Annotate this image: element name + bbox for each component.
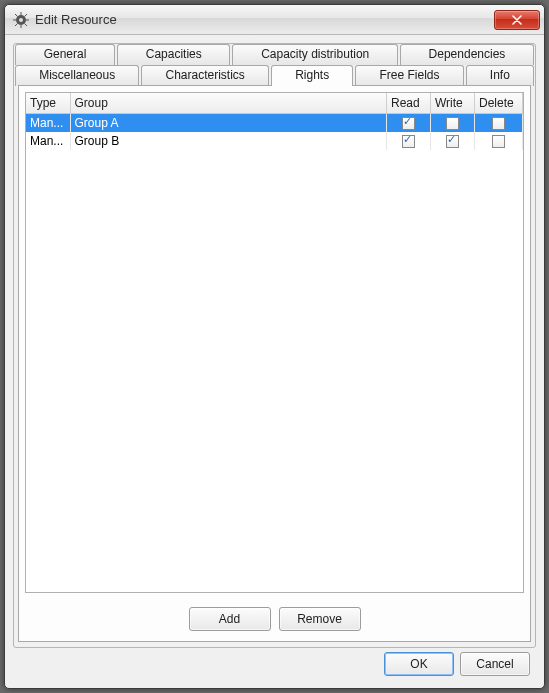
svg-point-9 bbox=[19, 18, 23, 22]
delete-checkbox[interactable] bbox=[492, 135, 505, 148]
cell-group: Group B bbox=[70, 132, 387, 150]
close-icon bbox=[511, 15, 523, 25]
table-row[interactable]: Man...Group A bbox=[26, 114, 523, 132]
read-checkbox[interactable] bbox=[402, 117, 415, 130]
cell-read bbox=[387, 114, 431, 132]
remove-button[interactable]: Remove bbox=[279, 607, 361, 631]
cell-group: Group A bbox=[70, 114, 387, 132]
tab-rights[interactable]: Rights bbox=[271, 65, 353, 86]
tabs-panel: GeneralCapacitiesCapacity distributionDe… bbox=[13, 43, 536, 648]
cell-delete bbox=[475, 132, 523, 150]
cell-type: Man... bbox=[26, 114, 70, 132]
col-delete[interactable]: Delete bbox=[475, 93, 523, 114]
tab-strip: GeneralCapacitiesCapacity distributionDe… bbox=[14, 44, 535, 86]
tab-capacity-distribution[interactable]: Capacity distribution bbox=[232, 44, 397, 65]
cell-write bbox=[431, 132, 475, 150]
write-checkbox[interactable] bbox=[446, 117, 459, 130]
dialog-footer: OK Cancel bbox=[13, 648, 536, 682]
cell-read bbox=[387, 132, 431, 150]
window-title: Edit Resource bbox=[35, 12, 494, 27]
svg-line-5 bbox=[15, 14, 18, 17]
svg-line-8 bbox=[15, 23, 18, 26]
tab-capacities[interactable]: Capacities bbox=[117, 44, 230, 65]
col-type[interactable]: Type bbox=[26, 93, 70, 114]
app-icon bbox=[13, 12, 29, 28]
ok-button[interactable]: OK bbox=[384, 652, 454, 676]
titlebar[interactable]: Edit Resource bbox=[5, 5, 544, 35]
table-row[interactable]: Man...Group B bbox=[26, 132, 523, 150]
cell-write bbox=[431, 114, 475, 132]
table-buttons: Add Remove bbox=[19, 599, 530, 641]
tab-free-fields[interactable]: Free Fields bbox=[355, 65, 463, 86]
cell-delete bbox=[475, 114, 523, 132]
tab-info[interactable]: Info bbox=[466, 65, 534, 86]
cancel-button[interactable]: Cancel bbox=[460, 652, 530, 676]
tab-dependencies[interactable]: Dependencies bbox=[400, 44, 534, 65]
write-checkbox[interactable] bbox=[446, 135, 459, 148]
col-write[interactable]: Write bbox=[431, 93, 475, 114]
svg-line-6 bbox=[25, 23, 28, 26]
rights-table: Type Group Read Write Delete Man...Group… bbox=[26, 93, 523, 150]
col-read[interactable]: Read bbox=[387, 93, 431, 114]
tab-general[interactable]: General bbox=[15, 44, 115, 65]
col-group[interactable]: Group bbox=[70, 93, 387, 114]
close-button[interactable] bbox=[494, 10, 540, 30]
tab-miscellaneous[interactable]: Miscellaneous bbox=[15, 65, 139, 86]
svg-line-7 bbox=[25, 14, 28, 17]
read-checkbox[interactable] bbox=[402, 135, 415, 148]
tab-characteristics[interactable]: Characteristics bbox=[141, 65, 269, 86]
tab-content-rights: Type Group Read Write Delete Man...Group… bbox=[18, 85, 531, 642]
dialog-body: GeneralCapacitiesCapacity distributionDe… bbox=[5, 35, 544, 688]
dialog-window: Edit Resource GeneralCapacitiesCapacity … bbox=[4, 4, 545, 689]
delete-checkbox[interactable] bbox=[492, 117, 505, 130]
add-button[interactable]: Add bbox=[189, 607, 271, 631]
rights-table-wrap: Type Group Read Write Delete Man...Group… bbox=[25, 92, 524, 593]
cell-type: Man... bbox=[26, 132, 70, 150]
